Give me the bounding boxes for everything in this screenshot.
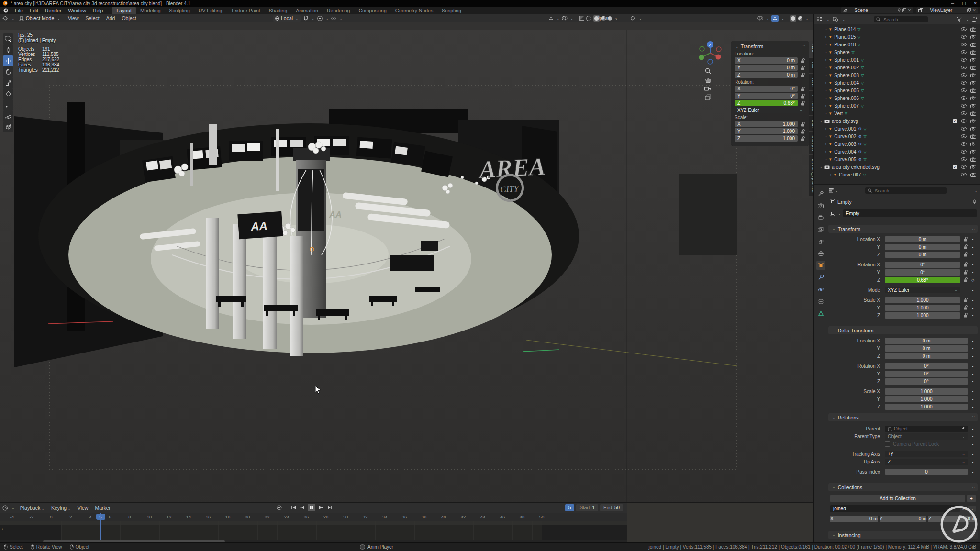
outliner-row-object[interactable]: › ▼ Sphere.006 ▽ — [814, 94, 980, 102]
mode-selector[interactable]: Object Mode ⌄ — [17, 15, 63, 22]
animate-property-icon[interactable]: • — [970, 372, 976, 376]
editor-type-icon[interactable] — [627, 16, 638, 21]
outliner-row-object[interactable]: › ▼ Sphere.001 ▽ — [814, 56, 980, 64]
delta-transform-header[interactable]: ⌄Delta Transform — [828, 326, 978, 334]
prop-field-z[interactable]: 0 m — [885, 353, 968, 359]
animate-property-icon[interactable]: • — [970, 253, 976, 257]
lock-icon[interactable] — [800, 94, 805, 99]
disable-render-icon[interactable] — [970, 27, 976, 32]
camera-view-icon[interactable] — [704, 86, 711, 91]
properties-search[interactable] — [865, 187, 947, 194]
animate-property-icon[interactable]: • — [970, 245, 976, 249]
animate-property-icon[interactable]: • — [970, 306, 976, 310]
outliner-row-object[interactable]: › ▼ Curve.004 ⚙ ▽ — [814, 148, 980, 155]
tracking-axis-dropdown[interactable]: +Y⌄ — [885, 451, 968, 457]
viewport-menu-object[interactable]: Object — [118, 15, 139, 21]
prop-field-location-x[interactable]: 0 m — [885, 236, 960, 242]
prop-field-y[interactable]: 0° — [885, 269, 960, 276]
npanel-Y-field[interactable]: Y0° — [735, 93, 798, 99]
tool-transform[interactable] — [3, 88, 13, 99]
toggle-ortho-icon[interactable] — [704, 94, 711, 100]
outliner-row-object[interactable]: › ▼ Curve.005 ⚙ ▽ — [814, 155, 980, 163]
prop-field-scale-x[interactable]: 1.000 — [885, 297, 960, 303]
scene-selector[interactable]: ⌄ Scene ✕ — [841, 7, 913, 13]
properties-tab-render[interactable] — [816, 201, 825, 210]
xray-toggle-icon[interactable] — [579, 16, 584, 21]
3d-scene-canvas[interactable]: AA AA AREA CITY — [0, 30, 813, 502]
disable-render-icon[interactable] — [970, 127, 976, 131]
zoom-icon[interactable] — [704, 68, 711, 74]
parent-field[interactable]: Object — [885, 426, 968, 432]
animate-property-icon[interactable]: • — [970, 379, 976, 384]
lock-icon[interactable] — [800, 129, 805, 134]
disable-render-icon[interactable] — [970, 134, 976, 139]
prop-field-z[interactable]: 0.68° — [885, 277, 960, 283]
pin-icon[interactable] — [972, 199, 977, 204]
outliner-row-object[interactable]: › ▼ Curve.001 ⚙ ▽ — [814, 125, 980, 132]
properties-tab-scene[interactable] — [816, 237, 825, 246]
shading-material-icon[interactable] — [798, 16, 802, 21]
options-dropdown[interactable]: Options⌄ — [596, 15, 617, 21]
disable-render-icon[interactable] — [970, 73, 976, 77]
npanel-Y-field[interactable]: Y1.000 — [735, 128, 798, 134]
npanel-tab-edit[interactable]: Edit — [809, 116, 813, 131]
workspace-tab-scripting[interactable]: Scripting — [437, 7, 466, 14]
prop-field-mode[interactable]: XYZ Euler⌄ — [885, 287, 960, 293]
hide-eye-icon[interactable] — [961, 88, 967, 92]
properties-search-input[interactable] — [874, 187, 928, 194]
tool-cursor-3d[interactable] — [3, 44, 13, 55]
outliner-row-object[interactable]: › ▼ Curve.002 ⚙ ▽ — [814, 132, 980, 140]
viewlayer-selector[interactable]: ⌄ ViewLayer ✕ — [916, 7, 978, 13]
animate-property-icon[interactable]: • — [970, 298, 976, 302]
hide-eye-icon[interactable] — [961, 134, 967, 138]
prop-field-z[interactable]: 1.000 — [885, 312, 960, 319]
outliner-row-object[interactable]: › ▼ Sphere.007 ▽ — [814, 102, 980, 110]
animate-property-icon[interactable]: • — [970, 354, 976, 358]
pause-button[interactable] — [308, 504, 315, 511]
lock-icon[interactable] — [962, 262, 968, 267]
timeline-ruler[interactable]: -4-2024681012141618202224262830323436384… — [0, 513, 627, 521]
disable-render-icon[interactable] — [970, 173, 976, 177]
disable-render-icon[interactable] — [970, 165, 976, 169]
prop-field-y[interactable]: 0° — [885, 371, 968, 377]
hide-eye-icon[interactable] — [961, 81, 967, 85]
lock-icon[interactable] — [800, 101, 805, 106]
shading-wireframe-icon[interactable] — [586, 16, 591, 21]
workspace-tab-modeling[interactable]: Modeling — [136, 7, 165, 14]
copy-icon[interactable] — [902, 8, 906, 12]
lock-icon[interactable] — [962, 244, 968, 249]
outliner-row-object[interactable]: › ▼ Plane.018 ▽ — [814, 41, 980, 48]
properties-tab-physics[interactable] — [816, 285, 825, 294]
shading-solid-icon[interactable] — [790, 15, 796, 22]
outliner-search[interactable] — [874, 16, 928, 22]
pass-index-field[interactable]: 0 — [885, 469, 968, 475]
outliner-row-object[interactable]: › ▼ Sphere.004 ▽ — [814, 79, 980, 87]
animate-property-icon[interactable]: • — [970, 405, 976, 409]
workspace-tab-animation[interactable]: Animation — [291, 7, 323, 14]
animate-property-icon[interactable]: • — [970, 288, 976, 292]
disable-render-icon[interactable] — [970, 81, 976, 85]
workspace-tab-uv-editing[interactable]: UV Editing — [194, 7, 227, 14]
animate-property-icon[interactable]: • — [970, 364, 976, 368]
collection-offset-y[interactable]: Y0 m — [880, 516, 927, 522]
properties-tab-world[interactable] — [816, 249, 825, 258]
animate-property-icon[interactable]: • — [970, 263, 976, 267]
outliner-row-object[interactable]: › ▼ Curve.007 ▽ — [814, 171, 980, 178]
npanel-tab-p-plotter[interactable]: P.Plotter — [809, 91, 813, 115]
hide-eye-icon[interactable] — [961, 150, 967, 154]
up-axis-dropdown[interactable]: Z⌄ — [885, 459, 968, 465]
disable-render-icon[interactable] — [970, 43, 976, 47]
gizmos-icon[interactable] — [771, 15, 779, 22]
viewport-menu-select[interactable]: Select — [82, 15, 103, 21]
lock-icon[interactable] — [800, 122, 805, 127]
npanel-Y-field[interactable]: Y0 m — [735, 65, 798, 71]
npanel-tab-stepper[interactable]: Stepper — [809, 132, 813, 155]
tool-add-cube[interactable] — [3, 121, 13, 132]
add-to-collection-button[interactable]: Add to Collection — [830, 495, 965, 502]
animate-keyframed-icon[interactable]: ◇ — [970, 278, 976, 282]
animate-property-icon[interactable]: • — [970, 270, 976, 275]
lock-icon[interactable] — [962, 277, 968, 282]
lock-icon[interactable] — [962, 237, 968, 242]
properties-tab-object[interactable] — [816, 261, 825, 270]
new-collection-plus-button[interactable]: + — [967, 495, 976, 502]
